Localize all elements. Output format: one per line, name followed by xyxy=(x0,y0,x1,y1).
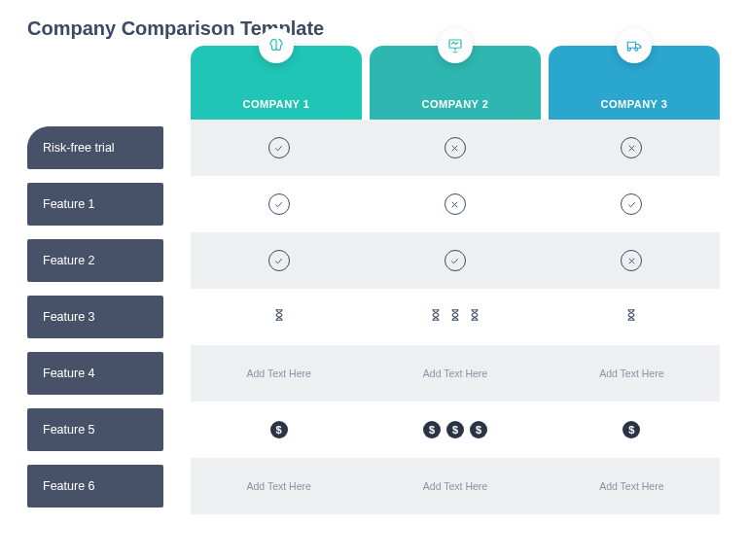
cell xyxy=(191,232,367,289)
row-label: Feature 3 xyxy=(27,296,163,338)
cell xyxy=(544,289,720,345)
row-label: Feature 6 xyxy=(27,465,163,508)
table-row: Feature 2 xyxy=(27,232,720,289)
cell xyxy=(544,232,720,289)
cell xyxy=(544,120,720,176)
cell xyxy=(191,289,367,345)
check-icon xyxy=(268,193,290,215)
cell: $$$ xyxy=(367,402,543,458)
check-icon xyxy=(268,137,290,158)
cell: $ xyxy=(544,402,720,458)
hourglass-icon xyxy=(272,306,286,328)
cell xyxy=(367,232,543,289)
presentation-icon xyxy=(438,28,473,63)
table-row: Risk-free trial xyxy=(27,120,720,176)
cell: $ xyxy=(191,402,367,458)
row-label: Feature 5 xyxy=(27,408,163,451)
row-label: Feature 1 xyxy=(27,183,163,226)
dollar-icon: $ xyxy=(446,421,464,438)
dollar-icon: $ xyxy=(470,421,487,438)
placeholder-text: Add Text Here xyxy=(423,480,487,492)
cross-icon xyxy=(445,137,466,158)
cross-icon xyxy=(621,137,642,158)
hourglass-icon xyxy=(468,306,481,328)
check-icon xyxy=(268,250,290,271)
cell: Add Text Here xyxy=(191,345,367,402)
cell: Add Text Here xyxy=(367,345,543,402)
table-row: Feature 1 xyxy=(27,176,720,232)
cross-icon xyxy=(621,250,642,271)
cell: Add Text Here xyxy=(367,458,543,514)
hourglass-icon xyxy=(429,306,443,328)
dollar-icon: $ xyxy=(270,421,288,438)
table-body: Risk-free trial Feature 1 Feature 2 xyxy=(27,61,720,514)
row-label: Risk-free trial xyxy=(27,126,163,169)
cell xyxy=(367,289,543,345)
check-icon xyxy=(445,250,466,271)
row-label: Feature 2 xyxy=(27,239,163,282)
cell: Add Text Here xyxy=(191,458,367,514)
cell xyxy=(544,176,720,232)
hourglass-icon xyxy=(448,306,462,328)
row-label: Feature 4 xyxy=(27,352,163,395)
brain-icon xyxy=(259,28,294,63)
table-row: Feature 4 Add Text Here Add Text Here Ad… xyxy=(27,345,720,402)
check-icon xyxy=(621,193,642,215)
table-row: Feature 5 $ $$$ $ xyxy=(27,402,720,458)
placeholder-text: Add Text Here xyxy=(246,480,310,492)
cell xyxy=(191,176,367,232)
cell xyxy=(191,120,367,176)
page-title: Company Comparison Template xyxy=(27,18,720,40)
cell xyxy=(367,120,543,176)
table-row: Feature 6 Add Text Here Add Text Here Ad… xyxy=(27,458,720,514)
hourglass-icon xyxy=(624,306,638,328)
dollar-icon: $ xyxy=(622,421,640,438)
comparison-table: COMPANY 1 COMPANY 2 COMPANY 3 Risk-free … xyxy=(27,61,720,514)
cell: Add Text Here xyxy=(544,458,720,514)
placeholder-text: Add Text Here xyxy=(423,368,487,379)
cross-icon xyxy=(445,193,466,215)
table-row: Feature 3 xyxy=(27,289,720,345)
cell: Add Text Here xyxy=(544,345,720,402)
dollar-icon: $ xyxy=(423,421,441,438)
cell xyxy=(367,176,543,232)
truck-icon xyxy=(617,28,652,63)
placeholder-text: Add Text Here xyxy=(599,480,663,492)
placeholder-text: Add Text Here xyxy=(599,368,663,379)
placeholder-text: Add Text Here xyxy=(246,368,310,379)
